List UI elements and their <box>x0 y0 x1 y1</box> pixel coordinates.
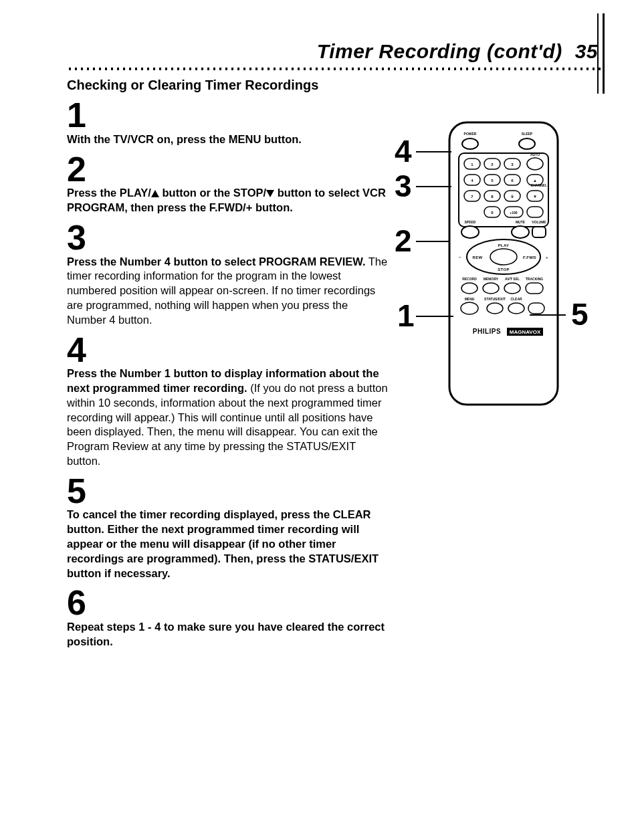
svg-text:AV/T SEL: AV/T SEL <box>505 277 520 281</box>
svg-text:F.FWD: F.FWD <box>523 255 536 259</box>
svg-text:MENU: MENU <box>465 297 475 301</box>
svg-point-38 <box>512 226 529 238</box>
svg-rect-40 <box>532 227 546 237</box>
svg-text:SPEED: SPEED <box>465 220 476 224</box>
svg-text:SLEEP: SLEEP <box>522 132 533 136</box>
step-bold: Press the Number 4 button to select PROG… <box>67 255 366 268</box>
svg-text:MEMORY: MEMORY <box>484 277 499 281</box>
svg-text:REW: REW <box>473 255 483 259</box>
svg-text:PHILIPS: PHILIPS <box>473 328 501 335</box>
step-6: 6 Repeat steps 1 - 4 to make sure you ha… <box>67 587 388 649</box>
svg-point-52 <box>504 283 520 294</box>
svg-rect-53 <box>526 283 543 294</box>
step-number: 1 <box>67 100 388 131</box>
svg-point-9 <box>527 158 543 170</box>
step-5: 5 To cancel the timer recording displaye… <box>67 476 388 581</box>
svg-text:AUTO: AUTO <box>530 152 540 156</box>
step-rest: (If you do not press a button within 10 … <box>67 382 388 467</box>
svg-point-36 <box>461 226 479 238</box>
callout-1: 1 <box>397 300 415 331</box>
svg-text:2: 2 <box>491 163 494 167</box>
svg-text:5: 5 <box>491 179 494 183</box>
svg-text:CLEAR: CLEAR <box>510 297 522 301</box>
svg-text:VOLUME: VOLUME <box>532 220 546 224</box>
svg-text:CHANNEL: CHANNEL <box>531 183 547 187</box>
svg-text:8: 8 <box>491 195 494 199</box>
step-number: 3 <box>67 222 388 253</box>
svg-point-43 <box>490 249 517 265</box>
svg-text:▼: ▼ <box>533 195 537 199</box>
step-bold: Repeat steps 1 - 4 to make sure you have… <box>67 621 385 647</box>
svg-text:PLAY: PLAY <box>498 243 510 247</box>
callout-4: 4 <box>395 136 412 167</box>
step-4: 4 Press the Number 1 button to display i… <box>67 334 388 469</box>
svg-text:RECORD: RECORD <box>462 277 477 281</box>
callout-2: 2 <box>395 225 412 256</box>
svg-text:MUTE: MUTE <box>516 220 526 224</box>
svg-point-59 <box>487 303 503 314</box>
header-title: Timer Recording (cont'd) <box>317 40 562 62</box>
svg-point-60 <box>508 303 524 314</box>
header-dots-divider <box>67 67 605 71</box>
svg-text:3: 3 <box>511 163 514 167</box>
manual-page: Timer Recording (cont'd) 35 Checking or … <box>0 0 638 840</box>
svg-point-1 <box>462 138 478 149</box>
svg-text:+100: +100 <box>510 211 517 215</box>
svg-rect-33 <box>527 207 543 217</box>
page-number: 35 <box>575 40 598 62</box>
remote-illustration: 4 3 2 1 5 POWER SLEEP <box>400 120 614 407</box>
svg-text:−: − <box>459 255 461 259</box>
svg-text:0: 0 <box>491 211 494 215</box>
svg-text:STOP: STOP <box>498 268 509 272</box>
remote-svg: POWER SLEEP 1 2 3 AUTO <box>447 120 560 407</box>
svg-text:4: 4 <box>471 179 473 183</box>
svg-text:STATUS/EXIT: STATUS/EXIT <box>484 297 506 301</box>
step-number: 6 <box>67 587 388 619</box>
svg-point-3 <box>519 138 535 149</box>
svg-text:POWER: POWER <box>464 132 477 136</box>
svg-point-51 <box>483 283 499 294</box>
svg-text:1: 1 <box>471 163 473 167</box>
svg-text:+: + <box>546 255 548 259</box>
down-triangle-icon <box>266 190 274 197</box>
svg-text:6: 6 <box>511 179 514 183</box>
step-1: 1 With the TV/VCR on, press the MENU but… <box>67 100 388 147</box>
svg-point-58 <box>461 302 478 314</box>
illustration-column: 4 3 2 1 5 POWER SLEEP <box>400 93 614 407</box>
step-bold: To cancel the timer recording displayed,… <box>67 508 379 579</box>
step-3: 3 Press the Number 4 button to select PR… <box>67 222 388 328</box>
svg-point-50 <box>461 283 477 294</box>
callout-5: 5 <box>571 299 589 330</box>
step-number: 5 <box>67 476 388 507</box>
svg-text:MAGNAVOX: MAGNAVOX <box>510 329 541 335</box>
step-2: 2 Press the PLAY/ button or the STOP/ bu… <box>67 154 388 215</box>
section-title: Checking or Clearing Timer Recordings <box>67 78 605 93</box>
svg-text:▲: ▲ <box>533 179 537 183</box>
svg-rect-61 <box>528 303 544 314</box>
step-number: 4 <box>67 334 388 366</box>
step-number: 2 <box>67 154 388 185</box>
step-bold: With the TV/VCR on, press the MENU butto… <box>67 133 302 145</box>
svg-text:9: 9 <box>511 195 514 199</box>
svg-text:TRACKING: TRACKING <box>526 277 543 281</box>
callout-3: 3 <box>395 171 412 201</box>
step-bold: Press the PLAY/ button or the STOP/ butt… <box>67 187 386 213</box>
page-header: Timer Recording (cont'd) 35 <box>67 40 605 63</box>
steps-column: 1 With the TV/VCR on, press the MENU but… <box>67 93 388 649</box>
page-edge-rule <box>603 13 605 94</box>
svg-text:7: 7 <box>471 195 473 199</box>
up-triangle-icon <box>151 190 159 197</box>
